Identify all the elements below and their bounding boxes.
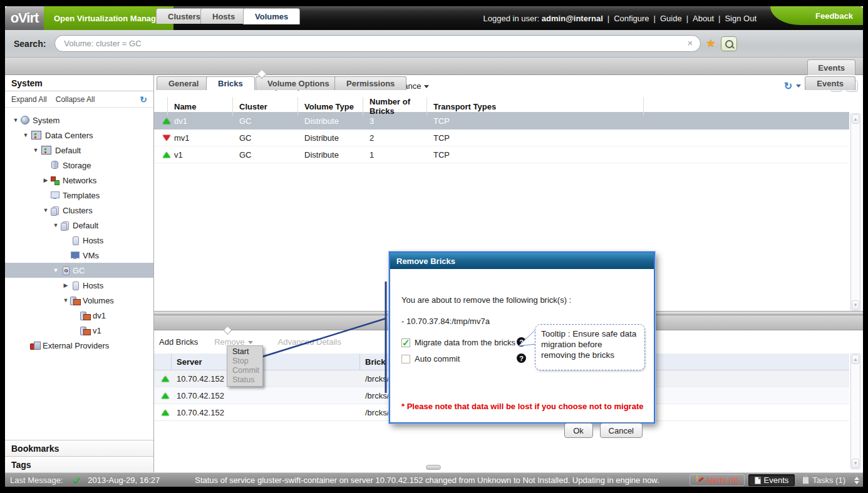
volumes-scrollbar[interactable]: ▲ ▼ xyxy=(850,113,860,311)
ovirt-window: oVirt Open Virtualization Manager Logged… xyxy=(5,6,863,487)
migrate-checkbox[interactable] xyxy=(401,338,410,347)
tree-item-default-dc[interactable]: ▼Default xyxy=(5,143,153,158)
alerts-button[interactable]: Alerts (0) xyxy=(690,474,745,486)
search-button[interactable] xyxy=(721,36,737,51)
clear-search-icon[interactable]: × xyxy=(688,38,693,48)
tree-item-default-cluster[interactable]: ▼Default xyxy=(5,218,153,233)
tree-item-volumes[interactable]: ▼Volumes xyxy=(5,293,153,308)
expander-icon[interactable]: ▼ xyxy=(51,267,60,273)
search-label: Search: xyxy=(14,39,46,49)
tab-hosts[interactable]: Hosts xyxy=(200,8,247,24)
events-button-detail[interactable]: Events xyxy=(805,76,855,90)
events-icon xyxy=(755,477,761,484)
refresh-icon[interactable]: ↻ xyxy=(784,80,792,92)
last-message-text: Status of service gluster-swift-containe… xyxy=(195,475,659,485)
dialog-buttons: Ok Cancel xyxy=(564,423,643,438)
expander-icon[interactable]: ▶ xyxy=(61,282,70,288)
remove-bricks-dialog: Remove Bricks You are about to remove th… xyxy=(389,252,655,424)
tags-header[interactable]: Tags xyxy=(5,456,153,472)
bookmarks-header[interactable]: Bookmarks xyxy=(5,440,153,456)
expander-icon[interactable]: ▼ xyxy=(61,297,70,303)
cancel-button[interactable]: Cancel xyxy=(600,423,643,438)
add-bricks-button[interactable]: Add Bricks xyxy=(159,337,198,347)
volumes-icon xyxy=(70,295,80,305)
table-row[interactable]: v1 GC Distribute 1 TCP xyxy=(154,146,849,163)
tree-item-system[interactable]: ▼System xyxy=(5,113,153,128)
expander-icon[interactable]: ▼ xyxy=(41,207,50,213)
bookmark-star-icon[interactable]: ★ xyxy=(706,37,715,50)
ok-button[interactable]: Ok xyxy=(564,423,593,438)
tree-item-dv1[interactable]: dv1 xyxy=(5,308,153,323)
horizontal-scroll-thumb[interactable] xyxy=(426,465,441,470)
scroll-down-icon[interactable]: ▼ xyxy=(852,300,859,310)
guide-link[interactable]: Guide xyxy=(660,14,682,23)
configure-link[interactable]: Configure xyxy=(614,14,649,23)
menu-item-stop[interactable]: Stop xyxy=(227,357,262,366)
tab-volumes[interactable]: Volumes xyxy=(243,8,300,24)
tree-item-external-providers[interactable]: External Providers xyxy=(5,338,153,353)
tree-item-label: System xyxy=(33,116,59,125)
expander-icon[interactable]: ▶ xyxy=(41,177,50,183)
expander-icon[interactable]: ▼ xyxy=(21,132,30,138)
templates-icon xyxy=(50,190,60,200)
expand-all-link[interactable]: Expand All xyxy=(11,95,47,104)
search-input[interactable] xyxy=(64,39,678,48)
feedback-button[interactable]: Feedback xyxy=(770,6,863,25)
sign-out-link[interactable]: Sign Out xyxy=(725,14,757,23)
menu-item-status[interactable]: Status xyxy=(227,375,262,385)
scroll-up-icon[interactable]: ▲ xyxy=(852,114,859,124)
tree-item-hosts[interactable]: Hosts xyxy=(5,233,153,248)
table-row[interactable]: dv1 GC Distribute 3 TCP xyxy=(154,113,849,130)
tree-item-v1[interactable]: v1 xyxy=(5,323,153,338)
tree-item-data-centers[interactable]: ▼Data Centers xyxy=(5,128,153,143)
menu-item-start[interactable]: Start xyxy=(227,347,262,357)
tree-refresh-icon[interactable]: ↻ xyxy=(140,94,147,104)
tree-item-templates[interactable]: Templates xyxy=(5,188,153,203)
expander-icon[interactable]: ▼ xyxy=(11,117,20,123)
about-link[interactable]: About xyxy=(693,14,714,23)
tree-item-gc-hosts[interactable]: ▶Hosts xyxy=(5,278,153,293)
tab-general[interactable]: General xyxy=(157,76,210,90)
autocommit-checkbox-row: Auto commit xyxy=(401,354,460,363)
status-column-header[interactable] xyxy=(154,353,172,370)
bricks-scrollbar[interactable]: ▲ ▼ xyxy=(850,353,860,469)
tree-item-label: Volumes xyxy=(83,296,114,305)
tree-item-label: Default xyxy=(55,146,81,155)
expander-icon[interactable]: ▼ xyxy=(51,222,60,228)
tree-item-storage[interactable]: Storage xyxy=(5,158,153,173)
tree-item-gc[interactable]: ▼GC xyxy=(5,263,153,278)
tab-volume-options[interactable]: Volume Options xyxy=(256,76,341,90)
tree-item-clusters[interactable]: ▼Clusters xyxy=(5,203,153,218)
scroll-down-icon[interactable]: ▼ xyxy=(852,459,859,468)
collapse-all-link[interactable]: Collapse All xyxy=(56,95,95,104)
events-button-top[interactable]: Events xyxy=(807,59,855,75)
tree-item-networks[interactable]: ▶Networks xyxy=(5,173,153,188)
tasks-button[interactable]: Tasks (1) xyxy=(798,475,849,485)
success-check-icon: ✔ xyxy=(73,475,81,485)
ovirt-logo: oVirt xyxy=(5,6,44,30)
last-message-label: Last Message: xyxy=(10,475,63,485)
footer-collapse-icon[interactable] xyxy=(854,477,859,484)
tab-bricks[interactable]: Bricks xyxy=(206,76,255,90)
refresh-menu-caret-icon[interactable] xyxy=(796,84,801,88)
expander-icon[interactable]: ▼ xyxy=(31,147,40,153)
system-tree-panel: System Expand All Collapse All ↻ ▼System… xyxy=(5,75,154,472)
dialog-title[interactable]: Remove Bricks xyxy=(390,253,654,269)
chevron-down-icon xyxy=(248,341,253,344)
table-row[interactable]: mv1 GC Distribute 2 TCP xyxy=(154,130,849,146)
tree-item-vms[interactable]: VMs xyxy=(5,248,153,263)
dialog-body: You are about to remove the following br… xyxy=(390,269,654,422)
storage-icon xyxy=(50,160,60,170)
events-footer-button[interactable]: Events xyxy=(748,474,795,486)
menu-item-commit[interactable]: Commit xyxy=(227,366,262,375)
status-up-icon xyxy=(163,118,170,124)
tree-panel-title: System xyxy=(5,75,153,91)
tab-permissions[interactable]: Permissions xyxy=(334,76,406,90)
remove-dropdown-menu: Start Stop Commit Status xyxy=(227,345,263,387)
help-icon-autocommit[interactable]: ? xyxy=(517,353,526,363)
scroll-up-icon[interactable]: ▲ xyxy=(852,355,859,364)
advanced-details-button[interactable]: Advanced Details xyxy=(278,337,341,347)
tree-item-label: VMs xyxy=(83,251,99,260)
column-header[interactable]: Server xyxy=(172,353,360,370)
autocommit-checkbox[interactable] xyxy=(401,355,410,363)
